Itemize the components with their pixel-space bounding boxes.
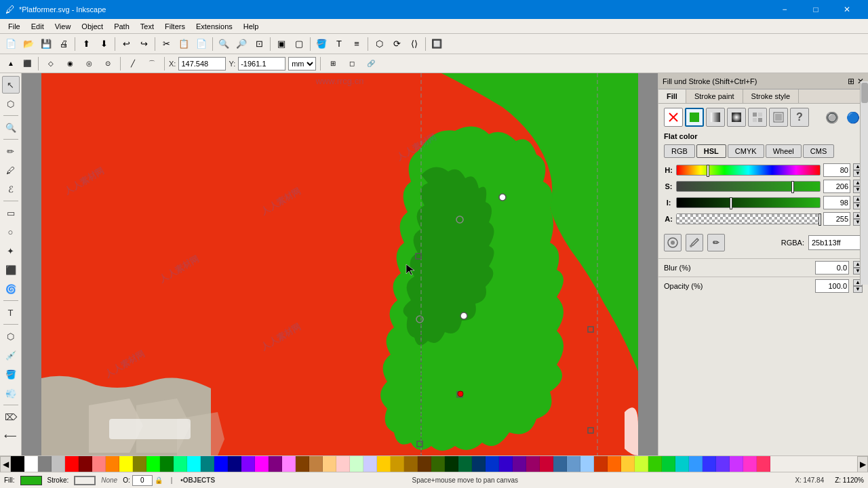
palette-swatch[interactable] — [675, 456, 689, 472]
titlebar-controls[interactable]: − □ ✕ — [769, 0, 863, 19]
palette-swatch[interactable] — [513, 456, 526, 472]
palette-swatch[interactable] — [269, 456, 282, 472]
palette-swatch[interactable] — [24, 456, 38, 472]
spiral-tool[interactable]: 🌀 — [2, 280, 20, 298]
color-manage-button[interactable] — [664, 234, 682, 251]
palette-swatch[interactable] — [377, 456, 391, 472]
palette-swatch[interactable] — [689, 456, 703, 472]
wheel-tab[interactable]: Wheel — [766, 144, 802, 158]
palette-scroll-left[interactable]: ◀ — [0, 456, 11, 472]
palette-swatch[interactable] — [146, 456, 160, 472]
unit-select[interactable]: mm px cm in — [288, 57, 316, 70]
palette-swatch[interactable] — [133, 456, 146, 472]
menu-view[interactable]: View — [50, 21, 77, 32]
ungroup-button[interactable]: ▢ — [291, 36, 307, 52]
palette-swatch[interactable] — [336, 456, 350, 472]
gradient-tool[interactable]: ⬡ — [2, 327, 20, 345]
calligraphy-tool[interactable]: ℰ — [2, 180, 20, 198]
star-tool[interactable]: ✦ — [2, 242, 20, 260]
opacity-down[interactable]: ▼ — [853, 286, 863, 293]
new-button[interactable]: 📄 — [3, 36, 19, 52]
palette-swatch[interactable] — [241, 456, 255, 472]
palette-scroll-right[interactable]: ▶ — [857, 456, 868, 472]
palette-swatch[interactable] — [187, 456, 201, 472]
palette-swatch[interactable] — [52, 456, 65, 472]
menu-file[interactable]: File — [3, 21, 26, 32]
pattern-button[interactable] — [748, 108, 767, 127]
palette-swatch[interactable] — [323, 456, 336, 472]
zoom-out-button[interactable]: 🔎 — [233, 36, 250, 52]
palette-swatch[interactable] — [282, 456, 296, 472]
menu-help[interactable]: Help — [238, 21, 264, 32]
palette-swatch[interactable] — [201, 456, 214, 472]
palette-swatch[interactable] — [553, 456, 567, 472]
rgba-input[interactable] — [808, 235, 863, 250]
radial-gradient-button[interactable] — [727, 108, 746, 127]
blur-input[interactable] — [815, 261, 849, 274]
3d-box-tool[interactable]: ⬛ — [2, 261, 20, 279]
a-track[interactable] — [676, 214, 821, 224]
panel-scrollbar[interactable] — [860, 81, 868, 285]
eyedropper-button[interactable] — [686, 234, 703, 251]
tab-stroke-style[interactable]: Stroke style — [743, 89, 799, 103]
palette-swatch[interactable] — [391, 456, 404, 472]
zoom-fit-button[interactable]: ⊡ — [251, 36, 267, 52]
save-button[interactable]: 💾 — [38, 36, 54, 52]
import-button[interactable]: ⬆ — [78, 36, 94, 52]
circle-tool[interactable]: ○ — [2, 223, 20, 241]
h-input[interactable] — [823, 163, 850, 177]
eraser-tool[interactable]: ⌦ — [2, 408, 20, 426]
undo-button[interactable]: ↩ — [118, 36, 134, 52]
rect-tool[interactable]: ▭ — [2, 204, 20, 222]
palette-swatch[interactable] — [445, 456, 458, 472]
swatch-button[interactable] — [769, 108, 788, 127]
tab-fill[interactable]: Fill — [658, 89, 686, 103]
palette-swatch[interactable] — [730, 456, 743, 472]
palette-swatch[interactable] — [404, 456, 418, 472]
show-transform-handles[interactable]: ⊞ — [325, 56, 341, 72]
palette-swatch[interactable] — [486, 456, 499, 472]
connector-tool[interactable]: ⟵ — [2, 427, 20, 445]
palette-swatch[interactable] — [608, 456, 621, 472]
palette-swatch[interactable] — [526, 456, 540, 472]
opacity-input[interactable] — [815, 279, 849, 293]
palette-swatch[interactable] — [228, 456, 241, 472]
paint-bucket[interactable]: 🪣 — [2, 365, 20, 383]
snap-button[interactable]: 🔲 — [429, 36, 445, 52]
xml-editor[interactable]: ⟨⟩ — [406, 36, 422, 52]
palette-swatch[interactable] — [499, 456, 513, 472]
palette-swatch[interactable] — [431, 456, 445, 472]
group-button[interactable]: ▣ — [273, 36, 290, 52]
open-button[interactable]: 📂 — [20, 36, 37, 52]
palette-swatch[interactable] — [540, 456, 553, 472]
menu-text[interactable]: Text — [135, 21, 159, 32]
auto-smooth-node[interactable]: ⊙ — [100, 56, 116, 72]
symmetric-node[interactable]: ◎ — [81, 56, 97, 72]
edit-color-button[interactable]: ✏ — [707, 234, 725, 251]
palette-swatch[interactable] — [757, 456, 770, 472]
canvas-area[interactable]: 人人素材网 人人素材网 人人素材网 人人素材网 人人素材网 人人素材网 www.… — [22, 73, 658, 455]
spray-tool[interactable]: 💨 — [2, 384, 20, 402]
menu-path[interactable]: Path — [108, 21, 135, 32]
hsl-tab[interactable]: HSL — [696, 144, 726, 158]
minimize-button[interactable]: − — [769, 0, 800, 19]
i-track[interactable] — [676, 197, 821, 208]
pencil-tool[interactable]: ✏ — [2, 142, 20, 160]
color-wheel-button1[interactable]: 🔘 — [823, 108, 842, 127]
palette-swatch[interactable] — [65, 456, 79, 472]
s-track[interactable] — [676, 181, 821, 192]
node-editor[interactable]: ⬡ — [371, 36, 387, 52]
cusp-node[interactable]: ◇ — [43, 56, 59, 72]
align-button[interactable]: ≡ — [349, 36, 365, 52]
palette-swatch[interactable] — [716, 456, 730, 472]
rgb-tab[interactable]: RGB — [664, 144, 695, 158]
palette-swatch[interactable] — [580, 456, 594, 472]
flat-color-button[interactable] — [685, 108, 704, 127]
smooth-node[interactable]: ◉ — [62, 56, 78, 72]
transform-button[interactable]: ⟳ — [389, 36, 405, 52]
palette-swatch[interactable] — [594, 456, 608, 472]
palette-swatch[interactable] — [743, 456, 757, 472]
dropper-tool[interactable]: 💉 — [2, 346, 20, 364]
node-delete[interactable]: ⬛ — [20, 56, 34, 72]
export-button[interactable]: ⬇ — [96, 36, 112, 52]
